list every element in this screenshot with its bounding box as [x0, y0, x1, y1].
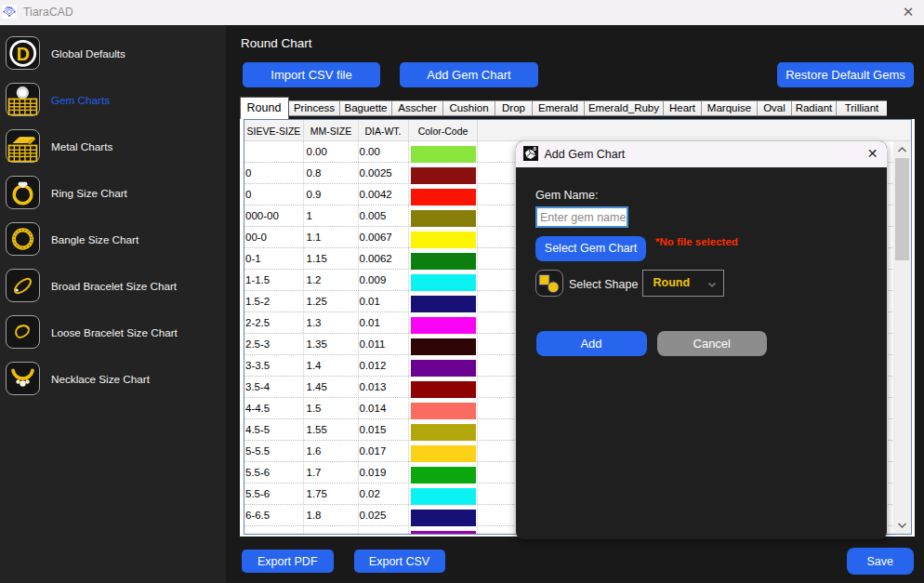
- svg-text:D: D: [17, 44, 30, 64]
- svg-text:8: 8: [534, 146, 536, 152]
